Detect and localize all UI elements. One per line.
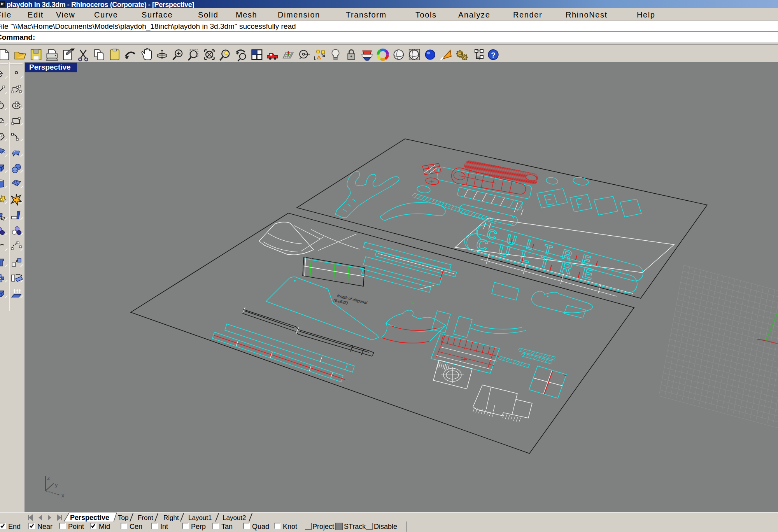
svg-text:y: y (55, 481, 58, 488)
svg-text:x: x (61, 492, 65, 499)
svg-text:?: ? (491, 51, 496, 59)
svg-text:z: z (47, 474, 50, 481)
